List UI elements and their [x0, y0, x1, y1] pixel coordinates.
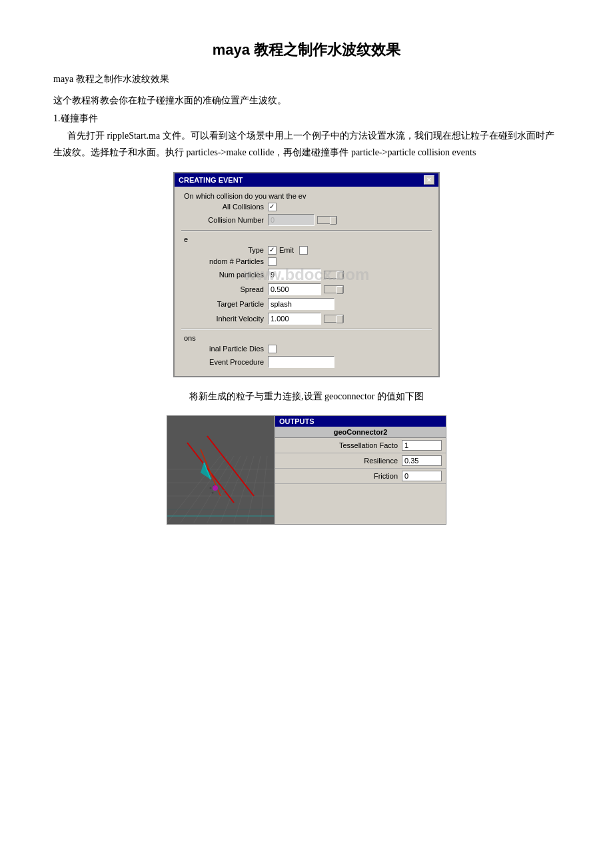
target-particle-row: Target Particle — [181, 298, 432, 310]
type-label: Type — [181, 246, 268, 254]
tessellation-label: Tessellation Facto — [279, 441, 402, 449]
event-procedure-row: Event Procedure — [181, 356, 432, 368]
num-particles-slider[interactable] — [324, 271, 344, 279]
type-row: Type Emit — [181, 246, 432, 255]
all-collisions-row: All Collisions — [181, 203, 432, 211]
collision-question: On which collision do you want the ev — [181, 192, 432, 200]
dialog-title: CREATING EVENT — [179, 176, 243, 184]
viewport-svg — [167, 416, 274, 523]
section-title: 1.碰撞事件 — [53, 113, 560, 125]
outputs-empty-area — [275, 484, 446, 511]
divider-2 — [181, 329, 432, 330]
collision-number-row: Collision Number — [181, 214, 432, 226]
friction-value[interactable] — [402, 471, 442, 481]
type-emit-label: Emit — [279, 246, 294, 254]
page-title: maya 教程之制作水波纹效果 — [53, 40, 560, 60]
all-collisions-checkbox[interactable] — [268, 203, 277, 211]
spread-label: Spread — [181, 285, 268, 293]
original-particle-row: inal Particle Dies — [181, 345, 432, 353]
collision-number-input[interactable] — [268, 214, 314, 226]
inherit-velocity-label: Inherit Velocity — [181, 315, 268, 323]
event-procedure-input[interactable] — [268, 356, 334, 368]
svg-point-19 — [210, 487, 212, 489]
original-particle-label: inal Particle Dies — [181, 345, 268, 353]
svg-point-22 — [223, 490, 225, 491]
subtitle: maya 教程之制作水波纹效果 — [53, 73, 560, 85]
svg-point-20 — [220, 486, 222, 488]
resilience-value[interactable] — [402, 455, 442, 466]
num-particles-input[interactable] — [268, 269, 321, 281]
resilience-label: Resilience — [279, 457, 402, 465]
random-particles-row: ndom # Particles — [181, 257, 432, 266]
creating-event-dialog: CREATING EVENT ✕ On which collision do y… — [173, 172, 440, 377]
outputs-container: OUTPUTS geoConnector2 Tessellation Facto… — [167, 415, 446, 525]
section-e-label: e — [181, 235, 432, 243]
spread-input[interactable] — [268, 283, 321, 295]
collision-number-slider[interactable] — [317, 216, 337, 224]
close-button[interactable]: ✕ — [424, 175, 434, 185]
tessellation-value[interactable] — [402, 440, 442, 451]
ons-label: ons — [181, 334, 432, 342]
spread-row: Spread — [181, 283, 432, 295]
inherit-velocity-row: Inherit Velocity — [181, 313, 432, 325]
outputs-header: OUTPUTS — [275, 416, 446, 427]
event-procedure-label: Event Procedure — [181, 358, 268, 366]
target-particle-input[interactable] — [268, 298, 334, 310]
inherit-velocity-input[interactable] — [268, 313, 321, 325]
outputs-row-friction: Friction — [275, 469, 446, 484]
outputs-row-resilience: Resilience — [275, 453, 446, 469]
spread-slider[interactable] — [324, 285, 344, 293]
collision-number-label: Collision Number — [181, 216, 268, 224]
target-particle-label: Target Particle — [181, 300, 268, 308]
outputs-panel: OUTPUTS geoConnector2 Tessellation Facto… — [274, 416, 446, 524]
type-emit-checkbox[interactable] — [268, 246, 277, 255]
random-particles-label: ndom # Particles — [181, 257, 268, 265]
divider-1 — [181, 230, 432, 231]
body-text-1: 首先打开 rippleStart.ma 文件。可以看到这个场景中用上一个例子中的… — [53, 127, 560, 161]
intro-text: 这个教程将教会你在粒子碰撞水面的准确位置产生波纹。 — [53, 92, 560, 109]
dialog-titlebar: CREATING EVENT ✕ — [175, 173, 438, 187]
type-extra-checkbox[interactable] — [299, 246, 308, 255]
titlebar-buttons[interactable]: ✕ — [424, 175, 434, 185]
caption-text: 将新生成的粒子与重力连接,设置 geoconnector 的值如下图 — [53, 388, 560, 405]
num-particles-label: Num particles — [181, 271, 268, 279]
outputs-subheader: geoConnector2 — [275, 427, 446, 438]
num-particles-row: Num particles — [181, 269, 432, 281]
random-particles-checkbox[interactable] — [268, 257, 277, 266]
inherit-velocity-slider[interactable] — [324, 315, 344, 323]
outputs-row-tessellation: Tessellation Facto — [275, 438, 446, 453]
viewport-panel — [167, 416, 274, 524]
all-collisions-label: All Collisions — [181, 203, 268, 211]
svg-point-21 — [212, 491, 214, 493]
svg-point-23 — [213, 485, 218, 491]
dialog-wrapper: CREATING EVENT ✕ On which collision do y… — [173, 172, 440, 377]
dialog-body: On which collision do you want the ev Al… — [175, 187, 438, 376]
original-particle-checkbox[interactable] — [268, 345, 277, 353]
friction-label: Friction — [279, 472, 402, 480]
